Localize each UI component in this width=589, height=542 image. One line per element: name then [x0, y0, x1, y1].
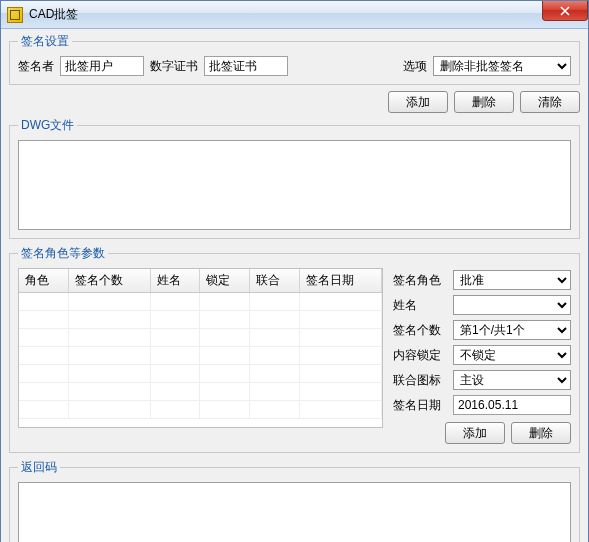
label-signer: 签名者 [18, 58, 54, 75]
params-side-panel: 签名角色 批准 姓名 签名个数 第1个/共1个 内容锁定 不锁定 [393, 268, 571, 444]
window-title: CAD批签 [29, 6, 78, 23]
legend-params: 签名角色等参数 [18, 245, 108, 262]
titlebar[interactable]: CAD批签 [1, 1, 588, 29]
app-window: CAD批签 签名设置 签名者 数字证书 选项 删除非批签签名 添加 删除 清除 [0, 0, 589, 542]
side-delete-button[interactable]: 删除 [511, 422, 571, 444]
label-name: 姓名 [393, 297, 447, 314]
group-dwg: DWG文件 [9, 117, 580, 239]
select-option[interactable]: 删除非批签签名 [433, 56, 571, 76]
select-name[interactable] [453, 295, 571, 315]
dwg-delete-button[interactable]: 删除 [454, 91, 514, 113]
return-listbox[interactable] [18, 482, 571, 542]
label-lock: 内容锁定 [393, 347, 447, 364]
col-role[interactable]: 角色 [19, 269, 68, 293]
dwg-listbox[interactable] [18, 140, 571, 230]
table-row[interactable] [19, 311, 382, 329]
close-button[interactable] [542, 1, 588, 21]
table-row[interactable] [19, 365, 382, 383]
label-role: 签名角色 [393, 272, 447, 289]
table-row[interactable] [19, 347, 382, 365]
label-union: 联合图标 [393, 372, 447, 389]
label-count: 签名个数 [393, 322, 447, 339]
input-cert[interactable] [204, 56, 288, 76]
client-area: 签名设置 签名者 数字证书 选项 删除非批签签名 添加 删除 清除 DWG文件 [1, 29, 588, 542]
params-header-row: 角色 签名个数 姓名 锁定 联合 签名日期 [19, 269, 382, 293]
input-date[interactable] [453, 395, 571, 415]
table-row[interactable] [19, 329, 382, 347]
close-icon [560, 6, 570, 16]
table-row[interactable] [19, 293, 382, 311]
legend-sign-settings: 签名设置 [18, 33, 72, 50]
label-cert: 数字证书 [150, 58, 198, 75]
dwg-toolbar: 添加 删除 清除 [9, 91, 580, 113]
legend-returncode: 返回码 [18, 459, 60, 476]
table-row[interactable] [19, 383, 382, 401]
side-add-button[interactable]: 添加 [445, 422, 505, 444]
col-union[interactable]: 联合 [250, 269, 300, 293]
group-sign-settings: 签名设置 签名者 数字证书 选项 删除非批签签名 [9, 33, 580, 85]
col-count[interactable]: 签名个数 [68, 269, 150, 293]
dwg-add-button[interactable]: 添加 [388, 91, 448, 113]
dwg-clear-button[interactable]: 清除 [520, 91, 580, 113]
select-union[interactable]: 主设 [453, 370, 571, 390]
select-lock[interactable]: 不锁定 [453, 345, 571, 365]
group-returncode: 返回码 [9, 459, 580, 542]
input-signer[interactable] [60, 56, 144, 76]
col-date[interactable]: 签名日期 [299, 269, 381, 293]
group-params: 签名角色等参数 角色 签名个数 姓名 锁定 联合 签名日期 [9, 245, 580, 453]
label-date: 签名日期 [393, 397, 447, 414]
select-count[interactable]: 第1个/共1个 [453, 320, 571, 340]
col-lock[interactable]: 锁定 [200, 269, 250, 293]
table-row[interactable] [19, 401, 382, 419]
select-role[interactable]: 批准 [453, 270, 571, 290]
params-table[interactable]: 角色 签名个数 姓名 锁定 联合 签名日期 [18, 268, 383, 428]
label-option: 选项 [403, 58, 427, 75]
legend-dwg: DWG文件 [18, 117, 77, 134]
col-name[interactable]: 姓名 [150, 269, 200, 293]
app-icon [7, 7, 23, 23]
